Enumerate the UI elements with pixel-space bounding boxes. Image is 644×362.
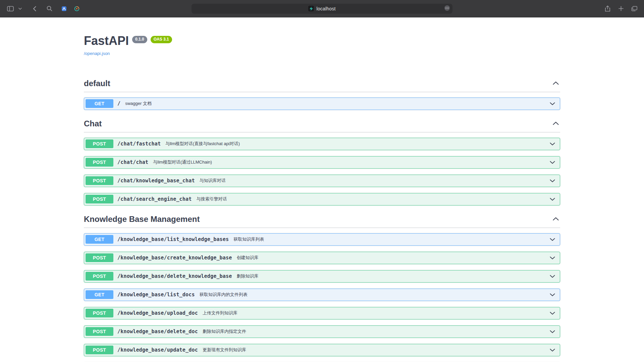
chevron-down-icon — [550, 274, 555, 279]
address-text: localhost — [316, 6, 335, 11]
tag-title: Knowledge Base Management — [84, 215, 200, 224]
method-badge: POST — [86, 139, 113, 148]
extension-blue-button[interactable] — [59, 4, 69, 14]
chevron-down-icon — [550, 160, 555, 165]
expand-endpoint-button[interactable] — [548, 159, 556, 166]
chevron-down-icon — [550, 178, 555, 183]
page-title: FastAPI 0.1.0 OAS 3.1 — [84, 34, 560, 48]
chevron-down-icon — [550, 237, 555, 242]
tab-overview-button[interactable] — [629, 4, 639, 14]
endpoint-summary: 与搜索引擎对话 — [197, 196, 227, 202]
endpoint-path: /knowledge_base/delete_knowledge_base — [117, 273, 232, 279]
method-badge: POST — [86, 176, 113, 185]
chevron-up-icon — [553, 121, 559, 126]
more-options-button[interactable] — [444, 5, 450, 12]
api-info: FastAPI 0.1.0 OAS 3.1 /openapi.json — [84, 17, 560, 56]
share-button[interactable] — [602, 4, 612, 14]
collapse-section-button[interactable] — [551, 79, 560, 87]
endpoint-row[interactable]: POST /knowledge_base/delete_doc 删除知识库内指定… — [84, 325, 560, 338]
collapse-section-button[interactable] — [551, 120, 560, 127]
method-badge: POST — [86, 195, 113, 203]
expand-endpoint-button[interactable] — [548, 328, 556, 336]
back-button[interactable] — [30, 4, 40, 14]
chevron-down-icon — [550, 141, 555, 146]
search-icon — [47, 6, 52, 11]
expand-endpoint-button[interactable] — [548, 309, 556, 317]
endpoint-path: /knowledge_base/list_docs — [117, 292, 195, 298]
sidebar-options-button[interactable] — [17, 4, 23, 14]
endpoint-row[interactable]: GET / swagger 文档 — [84, 98, 560, 110]
openapi-spec-link[interactable]: /openapi.json — [84, 51, 110, 56]
endpoint-row[interactable]: POST /knowledge_base/create_knowledge_ba… — [84, 252, 560, 264]
plus-icon — [619, 6, 624, 11]
endpoint-list: GET /knowledge_base/list_knowledge_bases… — [84, 233, 560, 362]
endpoint-path: /knowledge_base/create_knowledge_base — [117, 255, 232, 261]
endpoint-path: /chat/search_engine_chat — [117, 196, 192, 202]
extension-blue-icon — [61, 6, 67, 11]
endpoint-summary: 上传文件到知识库 — [203, 310, 237, 316]
endpoint-path: /knowledge_base/list_knowledge_bases — [117, 236, 229, 242]
browser-toolbar: localhost — [0, 0, 644, 17]
new-tab-button[interactable] — [616, 4, 626, 14]
chevron-down-icon — [550, 197, 555, 202]
site-favicon-icon — [308, 6, 314, 11]
method-badge: POST — [86, 253, 113, 262]
api-title-text: FastAPI — [84, 34, 129, 48]
method-badge: GET — [86, 99, 113, 108]
tag-header[interactable]: Chat — [84, 116, 560, 132]
endpoint-row[interactable]: POST /chat/knowledge_base_chat 与知识库对话 — [84, 175, 560, 187]
address-bar[interactable]: localhost — [192, 4, 452, 14]
expand-endpoint-button[interactable] — [548, 195, 556, 203]
share-icon — [605, 5, 610, 12]
tab-overview-icon — [631, 6, 637, 11]
api-sections: default GET / swagger 文档 Chat — [84, 76, 560, 362]
endpoint-row[interactable]: POST /chat/fastchat 与llm模型对话(直接与fastchat… — [84, 138, 560, 150]
chevron-down-icon — [18, 8, 22, 10]
chevron-down-icon — [550, 329, 555, 334]
endpoint-path: /knowledge_base/update_doc — [117, 347, 198, 353]
expand-endpoint-button[interactable] — [548, 273, 556, 280]
collapse-section-button[interactable] — [551, 215, 560, 223]
endpoint-list: POST /chat/fastchat 与llm模型对话(直接与fastchat… — [84, 138, 560, 205]
endpoint-summary: 创建知识库 — [237, 255, 259, 261]
expand-endpoint-button[interactable] — [548, 100, 556, 108]
method-badge: POST — [86, 327, 113, 336]
expand-endpoint-button[interactable] — [548, 236, 556, 243]
method-badge: GET — [86, 235, 113, 244]
extension-record-icon — [74, 6, 79, 11]
chevron-down-icon — [550, 311, 555, 316]
endpoint-summary: swagger 文档 — [125, 101, 152, 107]
endpoint-row[interactable]: POST /knowledge_base/delete_knowledge_ba… — [84, 270, 560, 283]
extension-record-button[interactable] — [72, 4, 82, 14]
method-badge: POST — [86, 346, 113, 354]
endpoint-row[interactable]: POST /knowledge_base/update_doc 更新现有文件到知… — [84, 344, 560, 356]
endpoint-row[interactable]: GET /knowledge_base/list_docs 获取知识库内的文件列… — [84, 289, 560, 301]
endpoint-path: / — [117, 101, 120, 107]
expand-endpoint-button[interactable] — [548, 346, 556, 354]
swagger-ui: FastAPI 0.1.0 OAS 3.1 /openapi.json defa… — [77, 17, 567, 362]
expand-endpoint-button[interactable] — [548, 254, 556, 262]
sidebar-toggle-button[interactable] — [5, 4, 15, 14]
endpoint-row[interactable]: GET /knowledge_base/list_knowledge_bases… — [84, 233, 560, 246]
api-tag-section: Knowledge Base Management GET /knowledge… — [84, 212, 560, 362]
chevron-up-icon — [553, 81, 559, 86]
endpoint-row[interactable]: POST /chat/search_engine_chat 与搜索引擎对话 — [84, 193, 560, 205]
endpoint-row[interactable]: POST /chat/chat 与llm模型对话(通过LLMChain) — [84, 156, 560, 169]
endpoint-path: /knowledge_base/delete_doc — [117, 328, 198, 335]
endpoint-row[interactable]: POST /knowledge_base/upload_doc 上传文件到知识库 — [84, 307, 560, 319]
toolbar-left-cluster — [0, 4, 82, 14]
endpoint-summary: 获取知识库内的文件列表 — [200, 292, 248, 298]
tag-header[interactable]: default — [84, 76, 560, 92]
toolbar-right-cluster — [602, 0, 639, 17]
sidebar-toggle-icon — [7, 6, 14, 11]
chevron-down-icon — [550, 101, 555, 106]
expand-endpoint-button[interactable] — [548, 291, 556, 299]
expand-endpoint-button[interactable] — [548, 177, 556, 185]
endpoint-path: /knowledge_base/upload_doc — [117, 310, 198, 316]
chevron-down-icon — [550, 292, 555, 297]
search-button[interactable] — [44, 4, 54, 14]
tag-header[interactable]: Knowledge Base Management — [84, 212, 560, 228]
endpoint-summary: 与llm模型对话(直接与fastchat api对话) — [165, 141, 240, 147]
method-badge: POST — [86, 272, 113, 281]
expand-endpoint-button[interactable] — [548, 140, 556, 148]
